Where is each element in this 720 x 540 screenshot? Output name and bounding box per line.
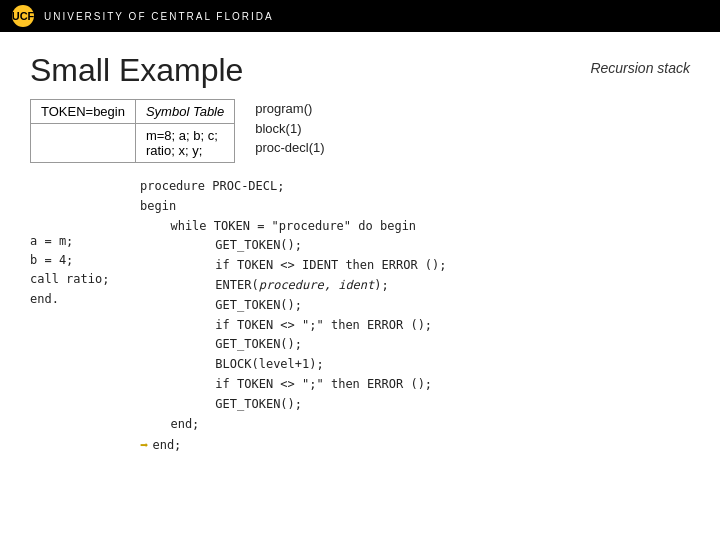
- token-cell: TOKEN=begin: [31, 100, 136, 124]
- code-line-5: if TOKEN <> IDENT then ERROR ();: [172, 256, 447, 276]
- symbol-table-content: m=8; a; b; c; ratio; x; y;: [135, 124, 234, 163]
- main-content: Small Example Recursion stack TOKEN=begi…: [0, 32, 720, 467]
- code-line-6: ENTER(procedure, ident);: [172, 276, 447, 296]
- var-line-4: end.: [30, 290, 120, 309]
- symbol-table-header: Symbol Table: [146, 104, 224, 119]
- code-line-13: end;: [156, 415, 447, 435]
- token-value: begin: [93, 104, 125, 119]
- code-line-2: begin: [140, 197, 447, 217]
- logo-text: UCF: [12, 10, 35, 22]
- token-label: TOKEN=: [41, 104, 93, 119]
- code-line-12: GET_TOKEN();: [172, 395, 447, 415]
- symbol-table-header-cell: Symbol Table: [135, 100, 234, 124]
- token-table: TOKEN=begin Symbol Table m=8; a; b; c; r…: [30, 99, 235, 163]
- university-name: UNIVERSITY OF CENTRAL FLORIDA: [44, 11, 274, 22]
- stack-item-block: block(1): [255, 119, 324, 139]
- code-line-7: GET_TOKEN();: [172, 296, 447, 316]
- recursion-stack-box: program() block(1) proc-decl(1): [255, 99, 324, 163]
- code-line-11: if TOKEN <> ";" then ERROR ();: [172, 375, 447, 395]
- code-line-3: while TOKEN = "procedure" do begin: [156, 217, 447, 237]
- table-and-stack: TOKEN=begin Symbol Table m=8; a; b; c; r…: [30, 99, 690, 163]
- code-block: procedure PROC-DECL; begin while TOKEN =…: [140, 177, 447, 457]
- left-vars: a = m; b = 4; call ratio; end.: [30, 232, 120, 309]
- code-line-9: GET_TOKEN();: [172, 335, 447, 355]
- var-line-2: b = 4;: [30, 251, 120, 270]
- code-line-8: if TOKEN <> ";" then ERROR ();: [172, 316, 447, 336]
- title-row: Small Example Recursion stack: [30, 52, 690, 89]
- code-line-14: end;: [152, 436, 181, 456]
- ucf-logo: UCF: [12, 5, 34, 27]
- token-empty-cell: [31, 124, 136, 163]
- code-line-4: GET_TOKEN();: [172, 236, 447, 256]
- header-bar: UCF UNIVERSITY OF CENTRAL FLORIDA: [0, 0, 720, 32]
- code-line-10: BLOCK(level+1);: [172, 355, 447, 375]
- code-area: a = m; b = 4; call ratio; end. procedure…: [30, 177, 690, 457]
- code-line-14-arrow: ➡ end;: [140, 434, 447, 457]
- code-line-1: procedure PROC-DECL;: [140, 177, 447, 197]
- page-title: Small Example: [30, 52, 243, 89]
- stack-item-proc-decl: proc-decl(1): [255, 138, 324, 158]
- arrow-icon: ➡: [140, 434, 148, 457]
- var-line-1: a = m;: [30, 232, 120, 251]
- recursion-stack-label: Recursion stack: [590, 60, 690, 76]
- stack-item-program: program(): [255, 99, 324, 119]
- var-line-3: call ratio;: [30, 270, 120, 289]
